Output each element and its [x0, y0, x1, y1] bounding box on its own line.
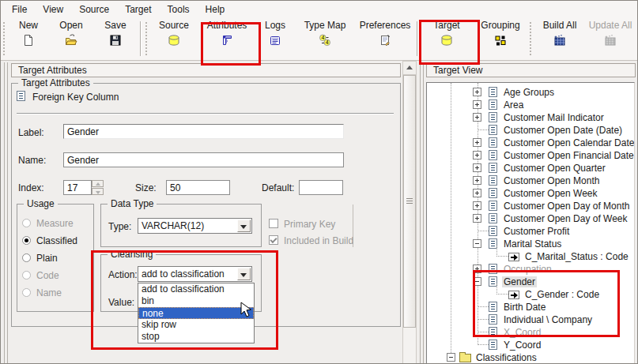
- tree-item-label: Customer Mail Indicator: [502, 112, 606, 123]
- label-input[interactable]: [63, 124, 344, 139]
- expand-plus-icon[interactable]: [473, 201, 481, 210]
- tree-item-label: Customer Open Day of Month: [502, 201, 631, 212]
- tree-connector: [478, 306, 489, 308]
- chevron-down-icon[interactable]: [237, 220, 251, 232]
- value-caption: Value:: [108, 297, 134, 308]
- size-caption: Size:: [135, 182, 157, 193]
- menu-tools[interactable]: Tools: [160, 2, 198, 17]
- tree-row-occupation[interactable]: Occupation: [427, 263, 634, 276]
- scroll-up-icon[interactable]: [403, 62, 416, 75]
- expand-plus-icon[interactable]: [473, 88, 481, 96]
- tree-row-customer-profit[interactable]: Customer Profit: [427, 225, 634, 238]
- expand-plus-icon[interactable]: [473, 265, 481, 273]
- tree-item-label: Occupation: [502, 264, 553, 275]
- expand-plus-icon[interactable]: [473, 214, 481, 223]
- size-input[interactable]: [166, 180, 230, 195]
- type-map-button[interactable]: 44 Type Map: [295, 17, 355, 60]
- menu-file[interactable]: File: [4, 2, 35, 17]
- tree-item-label: Customer Open Month: [502, 175, 601, 186]
- target-button[interactable]: Target: [420, 17, 474, 60]
- save-button[interactable]: Save: [92, 17, 138, 60]
- tree-row-birth-date[interactable]: Birth Date: [427, 301, 634, 313]
- code-link-icon: [508, 253, 519, 261]
- tree-row-x-coord[interactable]: X_Coord: [427, 326, 634, 339]
- collapse-minus-icon[interactable]: [473, 239, 481, 248]
- spinner-up-icon[interactable]: [92, 180, 104, 187]
- dropdown-option-bin[interactable]: bin: [138, 295, 254, 307]
- radio-measure: [22, 219, 31, 227]
- expand-plus-icon[interactable]: [473, 138, 481, 147]
- expand-plus-icon[interactable]: [473, 151, 481, 159]
- dropdown-option-add-to-classification[interactable]: add to classification: [138, 283, 254, 295]
- tree-row-customer-open-day-of-month[interactable]: Customer Open Day of Month: [427, 200, 634, 212]
- radio-plain[interactable]: [22, 253, 31, 262]
- new-button[interactable]: New: [7, 17, 50, 60]
- preferences-button[interactable]: Preferences: [355, 17, 415, 60]
- attribute-icon: [489, 327, 497, 337]
- expand-plus-icon[interactable]: [473, 163, 481, 172]
- grouping-button[interactable]: Grouping: [474, 17, 527, 60]
- attributes-button[interactable]: Attributes: [198, 17, 255, 60]
- tree-row-c-marital-status-code[interactable]: C_Marital_Status : Code: [427, 250, 634, 263]
- default-input[interactable]: [299, 180, 343, 195]
- tree-row-customer-open-quarter[interactable]: Customer Open Quarter: [427, 162, 634, 174]
- radio-plain-label: Plain: [36, 253, 58, 264]
- menu-source[interactable]: Source: [71, 2, 117, 17]
- spinner-down-icon[interactable]: [92, 188, 104, 195]
- tree-row-c-gender-code[interactable]: C_Gender : Code: [427, 288, 634, 301]
- target-tree[interactable]: Age GroupsAreaCustomer Mail IndicatorCus…: [426, 82, 635, 364]
- thumb-grip-icon: [406, 198, 413, 205]
- dropdown-option-stop[interactable]: stop: [138, 331, 254, 343]
- tree-connector: [496, 294, 508, 295]
- tree-row-customer-open-financial-date[interactable]: Customer Open Financial Date: [427, 149, 634, 162]
- tree-item-label: Individual \ Company: [502, 314, 594, 325]
- scrollbar-thumb[interactable]: [403, 75, 416, 328]
- tree-row-gender[interactable]: Gender: [427, 276, 634, 288]
- default-caption: Default:: [262, 182, 294, 193]
- tree-row-customer-open-date-date[interactable]: Customer Open Date (Date): [427, 124, 634, 137]
- index-spinner[interactable]: [92, 180, 104, 195]
- attribute-icon: [489, 226, 497, 236]
- right-panel-title: Target View: [433, 65, 482, 76]
- left-panel-title: Target Attributes: [18, 65, 87, 76]
- expand-plus-icon[interactable]: [473, 100, 481, 109]
- preferences-icon: [379, 33, 391, 47]
- tree-row-marital-status[interactable]: Marital Status: [427, 238, 634, 250]
- expand-plus-icon[interactable]: [473, 189, 481, 197]
- menu-view[interactable]: View: [35, 2, 71, 17]
- chevron-down-icon[interactable]: [237, 268, 251, 280]
- build-all-button[interactable]: Build All: [534, 17, 586, 60]
- index-input[interactable]: [63, 180, 92, 195]
- tree-row-y-coord[interactable]: Y_Coord: [427, 339, 634, 351]
- type-combobox[interactable]: VARCHAR(12): [138, 218, 252, 234]
- radio-measure-label: Measure: [36, 218, 74, 229]
- left-panel-header: Target Attributes: [11, 63, 401, 77]
- menu-target[interactable]: Target: [117, 2, 159, 17]
- tree-row-customer-open-month[interactable]: Customer Open Month: [427, 174, 634, 187]
- tree-row-customer-open-week[interactable]: Customer Open Week: [427, 187, 634, 200]
- action-combobox[interactable]: add to classification: [138, 266, 252, 282]
- collapse-minus-icon[interactable]: [473, 277, 481, 286]
- svg-text:4: 4: [326, 39, 329, 45]
- open-button[interactable]: Open: [50, 17, 92, 60]
- radio-classified[interactable]: [22, 236, 31, 245]
- tree-row-individual-company[interactable]: Individual \ Company: [427, 313, 634, 326]
- tree-row-area[interactable]: Area: [427, 99, 634, 111]
- tree-row-classifications[interactable]: Classifications: [427, 351, 634, 364]
- menu-help[interactable]: Help: [198, 2, 233, 17]
- name-input[interactable]: [63, 152, 344, 167]
- expand-plus-icon[interactable]: [473, 113, 481, 122]
- left-panel-scrollbar[interactable]: [402, 61, 417, 364]
- source-button[interactable]: Source: [149, 17, 198, 60]
- dropdown-option-skip-row[interactable]: skip row: [138, 319, 254, 331]
- logs-button[interactable]: Logs: [255, 17, 295, 60]
- tree-row-customer-open-day-of-week[interactable]: Customer Open Day of Week: [427, 212, 634, 225]
- tree-row-customer-mail-indicator[interactable]: Customer Mail Indicator: [427, 111, 634, 124]
- tree-row-age-groups[interactable]: Age Groups: [427, 86, 634, 99]
- expand-plus-icon[interactable]: [473, 176, 481, 185]
- tree-row-customer-open-calendar-date[interactable]: Customer Open Calendar Date: [427, 137, 634, 149]
- separator-line: [17, 113, 394, 114]
- dropdown-option-none[interactable]: none: [138, 307, 254, 319]
- collapse-minus-icon[interactable]: [447, 353, 455, 362]
- panel-edge-line: [420, 62, 421, 364]
